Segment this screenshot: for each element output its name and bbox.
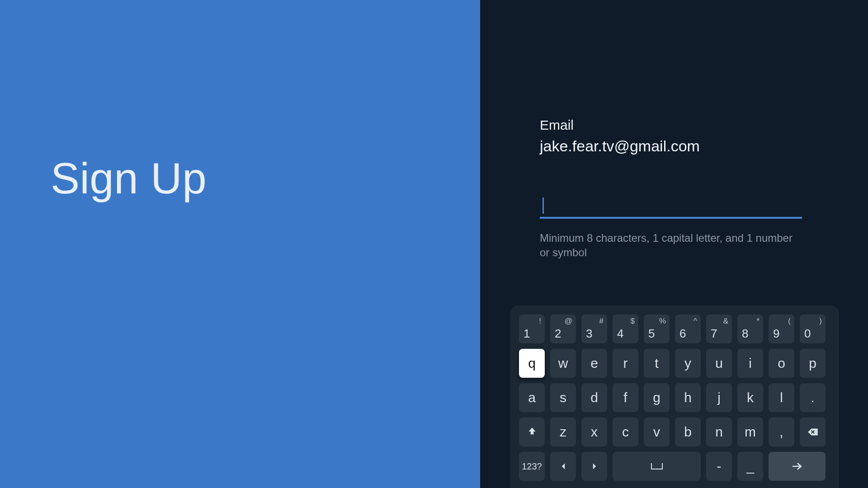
text-caret xyxy=(542,197,544,214)
key-7[interactable]: &7 xyxy=(706,314,732,343)
key-super: ^ xyxy=(693,317,697,326)
key-underscore[interactable]: _ xyxy=(737,452,763,481)
key-x[interactable]: x xyxy=(581,418,607,446)
key-main: 1 xyxy=(524,327,530,341)
key-e[interactable]: e xyxy=(581,349,607,378)
key-symbols[interactable]: 123? xyxy=(519,452,545,481)
signup-form: Email jake.fear.tv@gmail.com Minimum 8 c… xyxy=(540,117,802,260)
key-n[interactable]: n xyxy=(706,418,732,446)
key-h[interactable]: h xyxy=(675,383,701,412)
shift-icon xyxy=(526,426,538,438)
key-cursor-right[interactable] xyxy=(581,452,607,481)
key-w[interactable]: w xyxy=(550,349,576,378)
key-a[interactable]: a xyxy=(519,383,545,412)
key-0[interactable]: )0 xyxy=(800,314,826,343)
key-super: @ xyxy=(565,317,572,326)
key-m[interactable]: m xyxy=(737,418,763,446)
key-r[interactable]: r xyxy=(613,349,638,378)
key-super: $ xyxy=(631,317,635,326)
arrow-enter-icon xyxy=(790,460,804,473)
key-shift[interactable] xyxy=(519,418,545,446)
key-t[interactable]: t xyxy=(644,349,670,378)
key-3[interactable]: #3 xyxy=(581,314,607,343)
key-4[interactable]: $4 xyxy=(613,314,638,343)
key-y[interactable]: y xyxy=(675,349,701,378)
key-j[interactable]: j xyxy=(706,383,732,412)
keyboard-row-4: zxcvbnm, xyxy=(519,418,830,446)
email-value: jake.fear.tv@gmail.com xyxy=(540,137,802,155)
key-main: 6 xyxy=(679,327,686,341)
key-main: 4 xyxy=(617,327,623,341)
arrow-right-icon xyxy=(589,460,600,472)
key-main: 7 xyxy=(711,327,717,341)
keyboard-row-2: qwertyuiop xyxy=(519,349,830,378)
onscreen-keyboard: !1@2#3$4%5^6&7*8(9)0 qwertyuiop asdfghjk… xyxy=(510,305,839,488)
key-g[interactable]: g xyxy=(644,383,670,412)
key-u[interactable]: u xyxy=(706,349,732,378)
key-main: 5 xyxy=(648,327,655,341)
key-dash[interactable]: - xyxy=(706,452,732,481)
key-main: 0 xyxy=(804,327,811,341)
keyboard-row-1: !1@2#3$4%5^6&7*8(9)0 xyxy=(519,314,830,343)
keyboard-row-5: 123?-_ xyxy=(519,452,830,481)
space-icon xyxy=(651,463,663,469)
key-2[interactable]: @2 xyxy=(550,314,576,343)
key-super: * xyxy=(756,317,760,326)
email-label: Email xyxy=(540,117,802,133)
keyboard-row-3: asdfghjkl. xyxy=(519,383,830,412)
key-q[interactable]: q xyxy=(519,349,545,378)
key-main: 3 xyxy=(586,327,592,341)
key-main: 8 xyxy=(742,327,748,341)
key-super: ( xyxy=(788,317,791,326)
key-comma[interactable]: , xyxy=(769,418,794,446)
backspace-icon xyxy=(807,426,819,438)
password-hint: Minimum 8 characters, 1 capital letter, … xyxy=(540,231,793,260)
key-period[interactable]: . xyxy=(800,383,826,412)
key-v[interactable]: v xyxy=(644,418,670,446)
key-super: ! xyxy=(539,317,541,326)
key-super: & xyxy=(723,317,728,326)
right-panel: Email jake.fear.tv@gmail.com Minimum 8 c… xyxy=(480,0,868,488)
key-enter[interactable] xyxy=(769,452,826,481)
key-super: # xyxy=(599,317,604,326)
password-input[interactable] xyxy=(540,196,802,219)
key-k[interactable]: k xyxy=(737,383,763,412)
key-9[interactable]: (9 xyxy=(769,314,794,343)
key-d[interactable]: d xyxy=(581,383,607,412)
password-field-wrap[interactable] xyxy=(540,196,802,219)
key-s[interactable]: s xyxy=(550,383,576,412)
key-l[interactable]: l xyxy=(769,383,794,412)
key-8[interactable]: *8 xyxy=(737,314,763,343)
key-main: 9 xyxy=(773,327,779,341)
signup-screen: Sign Up Email jake.fear.tv@gmail.com Min… xyxy=(0,0,868,488)
key-c[interactable]: c xyxy=(613,418,638,446)
key-space[interactable] xyxy=(613,452,701,481)
key-p[interactable]: p xyxy=(800,349,826,378)
key-z[interactable]: z xyxy=(550,418,576,446)
key-super: % xyxy=(659,317,666,326)
arrow-left-icon xyxy=(557,460,569,472)
key-super: ) xyxy=(819,317,822,326)
key-6[interactable]: ^6 xyxy=(675,314,701,343)
key-backspace[interactable] xyxy=(800,418,826,446)
key-f[interactable]: f xyxy=(613,383,638,412)
key-cursor-left[interactable] xyxy=(550,452,576,481)
page-title: Sign Up xyxy=(51,154,207,203)
key-main: 2 xyxy=(555,327,561,341)
key-5[interactable]: %5 xyxy=(644,314,670,343)
key-i[interactable]: i xyxy=(737,349,763,378)
key-o[interactable]: o xyxy=(769,349,794,378)
key-b[interactable]: b xyxy=(675,418,701,446)
left-panel: Sign Up xyxy=(0,0,480,488)
key-1[interactable]: !1 xyxy=(519,314,545,343)
